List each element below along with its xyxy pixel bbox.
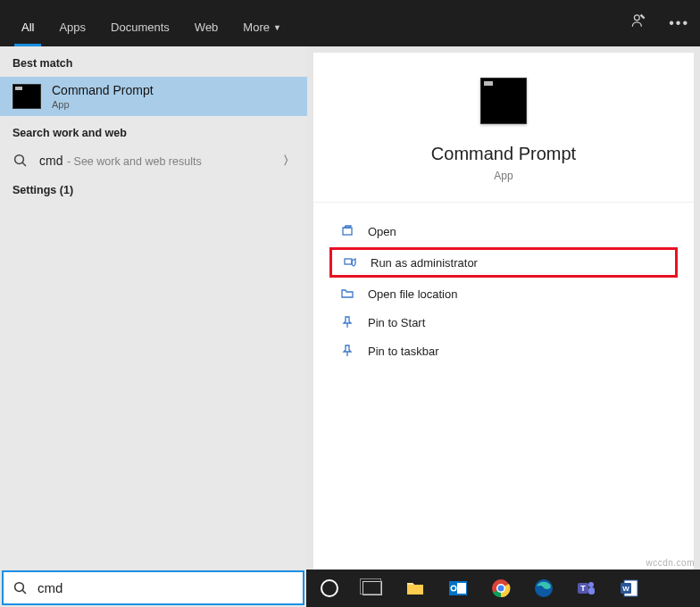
search-term: cmd bbox=[39, 154, 62, 168]
section-settings[interactable]: Settings (1) bbox=[0, 175, 307, 205]
svg-text:W: W bbox=[622, 585, 629, 593]
preview-panel: Command Prompt App Open Run as administr… bbox=[313, 53, 694, 570]
pin-taskbar-icon bbox=[340, 344, 354, 358]
svg-point-13 bbox=[498, 586, 504, 592]
action-open-file-location[interactable]: Open file location bbox=[313, 279, 694, 308]
search-icon bbox=[12, 153, 29, 169]
result-command-prompt[interactable]: Command Prompt App bbox=[0, 77, 307, 116]
search-filter-tabs: All Apps Documents Web More ▼ ••• bbox=[0, 0, 700, 46]
file-explorer-icon[interactable] bbox=[397, 570, 433, 606]
svg-rect-4 bbox=[345, 259, 352, 264]
command-prompt-icon bbox=[12, 84, 41, 109]
watermark: wccdn.com bbox=[646, 558, 695, 568]
action-pin-taskbar-label: Pin to taskbar bbox=[368, 345, 439, 358]
chevron-down-icon: ▼ bbox=[273, 23, 281, 32]
more-options-icon[interactable]: ••• bbox=[669, 15, 689, 31]
tab-more[interactable]: More ▼ bbox=[230, 12, 294, 46]
section-best-match: Best match bbox=[0, 46, 307, 77]
preview-command-prompt-icon bbox=[480, 78, 527, 124]
search-bar[interactable] bbox=[2, 570, 304, 605]
action-run-as-administrator[interactable]: Run as administrator bbox=[329, 247, 678, 278]
search-icon bbox=[12, 580, 29, 596]
action-pin-to-start[interactable]: Pin to Start bbox=[313, 308, 694, 337]
svg-point-17 bbox=[588, 582, 594, 587]
action-pin-to-taskbar[interactable]: Pin to taskbar bbox=[313, 337, 694, 365]
action-open[interactable]: Open bbox=[313, 217, 694, 245]
tab-all[interactable]: All bbox=[9, 12, 46, 46]
feedback-icon[interactable] bbox=[629, 12, 647, 34]
outlook-icon[interactable] bbox=[440, 570, 476, 606]
preview-subtitle: App bbox=[313, 170, 694, 182]
svg-text:T: T bbox=[580, 584, 586, 593]
svg-point-10 bbox=[452, 586, 455, 590]
svg-rect-3 bbox=[343, 228, 352, 235]
cortana-icon[interactable] bbox=[312, 570, 347, 606]
folder-icon bbox=[340, 287, 354, 301]
search-web-row[interactable]: cmd - See work and web results 〉 bbox=[0, 146, 307, 175]
action-pin-start-label: Pin to Start bbox=[368, 316, 425, 329]
action-open-location-label: Open file location bbox=[368, 287, 457, 301]
chevron-right-icon: 〉 bbox=[283, 153, 295, 169]
preview-title: Command Prompt bbox=[313, 144, 694, 164]
svg-rect-18 bbox=[588, 587, 595, 595]
tab-documents[interactable]: Documents bbox=[98, 12, 182, 46]
word-icon[interactable]: W bbox=[612, 570, 647, 606]
section-search-work-web: Search work and web bbox=[0, 116, 307, 146]
action-run-admin-label: Run as administrator bbox=[371, 256, 478, 270]
result-type: App bbox=[52, 99, 154, 110]
action-open-label: Open bbox=[368, 225, 396, 238]
pin-start-icon bbox=[340, 315, 354, 329]
svg-line-6 bbox=[22, 590, 26, 594]
search-input[interactable] bbox=[38, 580, 294, 595]
svg-point-5 bbox=[15, 582, 24, 591]
search-hint: - See work and web results bbox=[67, 155, 202, 168]
tab-web[interactable]: Web bbox=[182, 12, 231, 46]
admin-shield-icon bbox=[343, 255, 357, 270]
svg-point-0 bbox=[635, 15, 640, 21]
result-name: Command Prompt bbox=[52, 83, 154, 97]
teams-icon[interactable]: T bbox=[569, 570, 604, 606]
taskbar: T W bbox=[306, 570, 700, 607]
tab-apps[interactable]: Apps bbox=[46, 12, 98, 46]
open-icon bbox=[340, 224, 354, 238]
task-view-icon[interactable] bbox=[354, 570, 390, 606]
tab-more-label: More bbox=[243, 21, 270, 34]
results-panel: Best match Command Prompt App Search wor… bbox=[0, 46, 307, 570]
chrome-icon[interactable] bbox=[483, 570, 519, 606]
edge-icon[interactable] bbox=[526, 570, 562, 606]
svg-point-1 bbox=[15, 155, 24, 164]
svg-line-2 bbox=[22, 162, 26, 166]
svg-rect-8 bbox=[457, 583, 466, 594]
